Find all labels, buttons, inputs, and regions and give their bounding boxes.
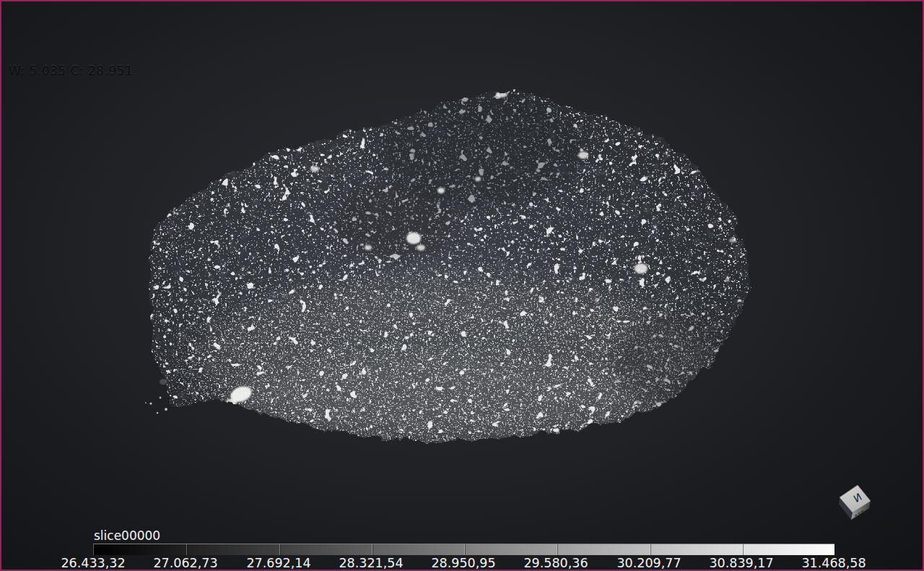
colorbar-label: 28.321,54 [339, 556, 403, 570]
colorbar-label: 31.468,58 [801, 556, 866, 570]
colorbar-label: 30.839,17 [709, 556, 773, 570]
colorbar-label: 27.692,14 [246, 556, 310, 570]
colorbar-tick [279, 544, 280, 555]
orientation-cube[interactable]: И [830, 478, 881, 532]
colorbar-tick [650, 544, 650, 555]
colorbar-tick [186, 544, 187, 555]
colorbar-label: 28.950,95 [431, 556, 495, 570]
colorbar-gradient[interactable] [93, 544, 834, 555]
colorbar-label: 29.580,36 [523, 556, 588, 570]
colorbar-tick [464, 544, 465, 555]
colorbar-tick [372, 544, 372, 555]
window-center-readout: W: 5.035 C: 28.951 [9, 64, 134, 78]
viewer-window: W: 5.035 C: 28.951 slice00000 26.433,32 … [0, 0, 924, 571]
colorbar-tick [557, 544, 557, 555]
volume-render-viewport[interactable] [1, 1, 924, 571]
rock-sample [131, 70, 774, 463]
colorbar-label: 26.433,32 [61, 556, 125, 570]
colorbar-label: 30.209,77 [616, 556, 681, 570]
colorbar-label: 27.062,73 [153, 556, 217, 570]
colorbar-tick [742, 544, 743, 555]
slice-label: slice00000 [94, 528, 160, 543]
